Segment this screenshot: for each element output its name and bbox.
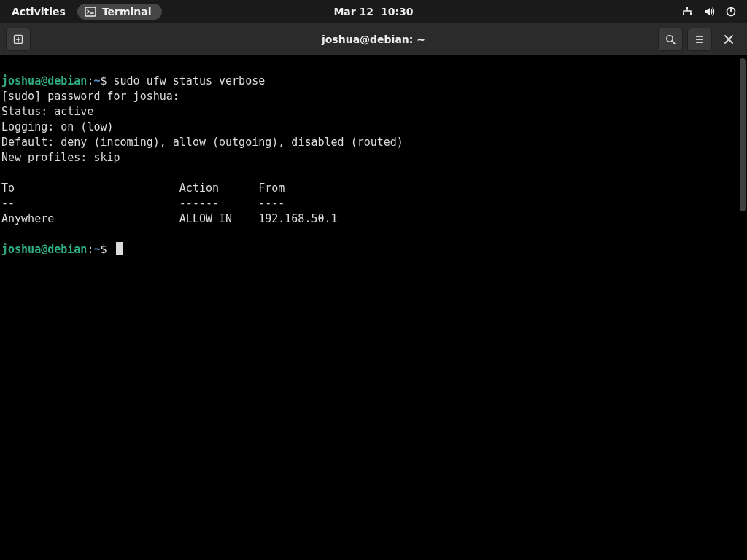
ufw-rule-to: Anywhere (1, 211, 179, 227)
svg-rect-1 (686, 7, 688, 9)
clock-button[interactable]: Mar 12 10:30 (333, 6, 413, 18)
svg-line-10 (672, 41, 675, 44)
ufw-sep-from: ---- (258, 197, 285, 210)
prompt-dollar: $ (100, 74, 107, 88)
window-title: joshua@debian: ~ (322, 34, 425, 45)
svg-rect-2 (683, 13, 684, 15)
prompt-user-host: joshua@debian (1, 243, 87, 256)
ufw-col-to-header: To (1, 181, 179, 196)
current-app-pill[interactable]: Terminal (77, 4, 162, 20)
svg-rect-3 (690, 13, 692, 15)
volume-icon[interactable] (703, 6, 715, 18)
ufw-profiles-line: New profiles: skip (1, 151, 120, 164)
command-text: sudo ufw status verbose (114, 74, 266, 88)
ufw-sep-action: ------ (179, 196, 258, 211)
current-app-label: Terminal (102, 6, 152, 18)
terminal-output: joshua@debian:~$ sudo ufw status verbose… (0, 55, 747, 260)
clock-date: Mar 12 (333, 6, 374, 18)
terminal-viewport[interactable]: joshua@debian:~$ sudo ufw status verbose… (0, 55, 747, 560)
sudo-password-prompt: [sudo] password for joshua: (1, 90, 186, 103)
hamburger-menu-button[interactable] (687, 28, 712, 51)
ufw-rule-action: ALLOW IN (179, 211, 258, 227)
new-tab-button[interactable] (6, 28, 31, 51)
network-icon[interactable] (681, 6, 693, 18)
gnome-top-bar: Activities Terminal Mar 12 10:30 (0, 0, 747, 23)
prompt-user-host: joshua@debian (1, 74, 87, 88)
ufw-col-action-header: Action (179, 181, 258, 196)
scrollbar-thumb[interactable] (740, 58, 746, 211)
ufw-default-line: Default: deny (incoming), allow (outgoin… (1, 136, 403, 149)
clock-time: 10:30 (381, 6, 414, 18)
window-header-bar: joshua@debian: ~ (0, 23, 747, 55)
prompt-dollar: $ (100, 243, 107, 256)
ufw-sep-to: -- (1, 196, 179, 211)
search-button[interactable] (658, 28, 683, 51)
close-window-button[interactable] (716, 28, 741, 51)
terminal-icon (85, 6, 96, 18)
ufw-col-from-header: From (258, 182, 285, 195)
svg-rect-0 (85, 7, 96, 16)
ufw-logging-line: Logging: on (low) (1, 120, 114, 133)
ufw-status-line: Status: active (1, 105, 93, 118)
power-icon[interactable] (725, 6, 737, 18)
activities-button[interactable]: Activities (6, 3, 71, 20)
terminal-cursor (116, 242, 123, 255)
ufw-rule-from: 192.168.50.1 (258, 212, 337, 225)
